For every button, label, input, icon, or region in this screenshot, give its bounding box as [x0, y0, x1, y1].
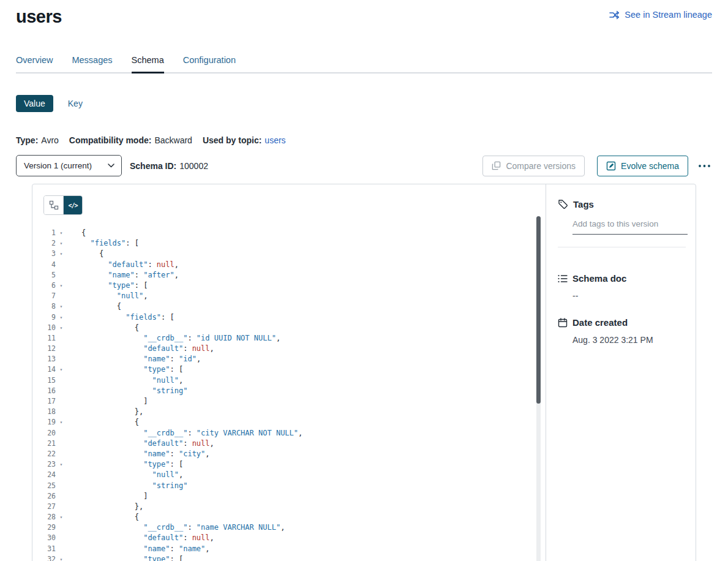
code-view-button[interactable]: </> [63, 196, 82, 214]
tree-view-button[interactable] [44, 196, 63, 214]
code-line: 6▾ "type": [ [43, 280, 546, 291]
schema-doc-header: Schema doc [558, 273, 686, 284]
code-text: "__crdb__": "name VARCHAR NULL", [81, 522, 285, 533]
tags-title: Tags [573, 199, 594, 209]
more-options-button[interactable] [697, 162, 712, 170]
code-line: 31 "name": "name", [43, 544, 546, 554]
schema-doc-icon [558, 274, 568, 283]
tab-schema[interactable]: Schema [132, 55, 164, 72]
line-number: 23 [43, 459, 56, 470]
code-text: ] [81, 396, 148, 407]
fold-gutter [56, 491, 67, 502]
compare-versions-button[interactable]: Compare versions [482, 156, 585, 176]
code-text: { [81, 323, 139, 333]
code-text: { [81, 228, 86, 238]
fold-toggle-icon[interactable]: ▾ [56, 512, 67, 522]
code-line: 13 "name": "id", [43, 354, 546, 364]
schema-content: Value Key Type: Avro Compatibility mode:… [0, 95, 728, 561]
type-label: Type: [16, 135, 38, 145]
calendar-icon [558, 318, 568, 328]
line-number: 3 [43, 249, 56, 259]
line-number: 10 [43, 323, 56, 333]
key-toggle-button[interactable]: Key [68, 99, 83, 108]
fold-toggle-icon[interactable]: ▾ [56, 312, 67, 323]
code-text: { [81, 301, 121, 312]
code-text: "default": null, [81, 439, 214, 449]
code-line: 18 }, [43, 407, 546, 417]
fold-toggle-icon[interactable]: ▾ [56, 323, 67, 333]
code-line: 4 "default": null, [43, 260, 546, 270]
tab-configuration[interactable]: Configuration [183, 55, 236, 72]
type-value: Avro [41, 135, 59, 145]
schema-doc-title: Schema doc [572, 273, 626, 284]
code-text: "default": null, [81, 344, 214, 354]
schema-sidebar: Tags Schema doc [546, 184, 696, 561]
code-text: ] [81, 491, 148, 502]
line-number: 24 [43, 470, 56, 480]
fold-gutter [56, 270, 67, 280]
line-number: 2 [43, 238, 56, 249]
line-number: 22 [43, 449, 56, 459]
code-line: 17 ] [43, 396, 546, 407]
tab-messages[interactable]: Messages [72, 55, 112, 72]
evolve-schema-icon [606, 161, 616, 171]
schema-type: Type: Avro [16, 135, 59, 145]
fold-gutter [56, 428, 67, 439]
code-line: 22 "name": "city", [43, 449, 546, 459]
code-line: 1▾{ [43, 228, 546, 238]
code-line: 19▾ { [43, 417, 546, 427]
compare-versions-icon [492, 161, 501, 170]
fold-toggle-icon[interactable]: ▾ [56, 459, 67, 470]
code-line: 30 "default": null, [43, 533, 546, 543]
line-number: 29 [43, 522, 56, 533]
fold-toggle-icon[interactable]: ▾ [56, 280, 67, 291]
code-line: 8▾ { [43, 301, 546, 312]
date-created-title: Date created [572, 317, 628, 328]
fold-toggle-icon[interactable]: ▾ [56, 238, 67, 249]
schema-meta-row: Type: Avro Compatibility mode: Backward … [16, 135, 712, 145]
tags-input[interactable] [572, 217, 688, 235]
code-text: { [81, 512, 139, 522]
line-number: 1 [43, 228, 56, 238]
fold-gutter [56, 354, 67, 364]
version-select[interactable]: Version 1 (current) [16, 155, 122, 176]
fold-toggle-icon[interactable]: ▾ [56, 417, 67, 427]
topic-link[interactable]: users [265, 135, 285, 145]
compare-versions-label: Compare versions [506, 161, 576, 171]
value-key-toggle: Value Key [16, 95, 712, 112]
code-text: "type": [ [81, 280, 148, 291]
version-select-value: Version 1 (current) [24, 161, 92, 170]
code-text: "name": "name", [81, 544, 210, 554]
line-number: 20 [43, 428, 56, 439]
schema-id-label: Schema ID: [130, 161, 176, 171]
page-header: users See in Stream lineage [0, 0, 728, 28]
code-line: 9▾ "fields": [ [43, 312, 546, 323]
schema-editor-pane: </> 1▾{2▾ "fields": [3▾ {4 "default": nu… [32, 184, 546, 561]
code-line: 27 }, [43, 502, 546, 512]
fold-toggle-icon[interactable]: ▾ [56, 249, 67, 259]
line-number: 32 [43, 554, 56, 561]
fold-toggle-icon[interactable]: ▾ [56, 301, 67, 312]
code-text: "string" [81, 386, 187, 396]
fold-toggle-icon[interactable]: ▾ [56, 228, 67, 238]
fold-toggle-icon[interactable]: ▾ [56, 364, 67, 375]
editor-scrollbar-thumb[interactable] [536, 216, 541, 404]
fold-gutter [56, 375, 67, 386]
editor-view-toggle: </> [43, 195, 83, 215]
code-line: 21 "default": null, [43, 439, 546, 449]
code-line: 25 "string" [43, 481, 546, 491]
tab-overview[interactable]: Overview [16, 55, 53, 72]
code-editor[interactable]: 1▾{2▾ "fields": [3▾ {4 "default": null,5… [43, 228, 546, 561]
value-toggle-button[interactable]: Value [16, 95, 53, 112]
code-text: "type": [ [81, 364, 183, 375]
code-line: 28▾ { [43, 512, 546, 522]
code-text: "name": "city", [81, 449, 210, 459]
stream-lineage-link[interactable]: See in Stream lineage [609, 10, 712, 20]
fold-gutter [56, 522, 67, 533]
fold-toggle-icon[interactable]: ▾ [56, 554, 67, 561]
used-by-topic: Used by topic: users [203, 135, 286, 145]
evolve-schema-button[interactable]: Evolve schema [597, 156, 688, 176]
code-line: 7 "null", [43, 291, 546, 301]
code-text: { [81, 417, 139, 427]
line-number: 15 [43, 375, 56, 386]
